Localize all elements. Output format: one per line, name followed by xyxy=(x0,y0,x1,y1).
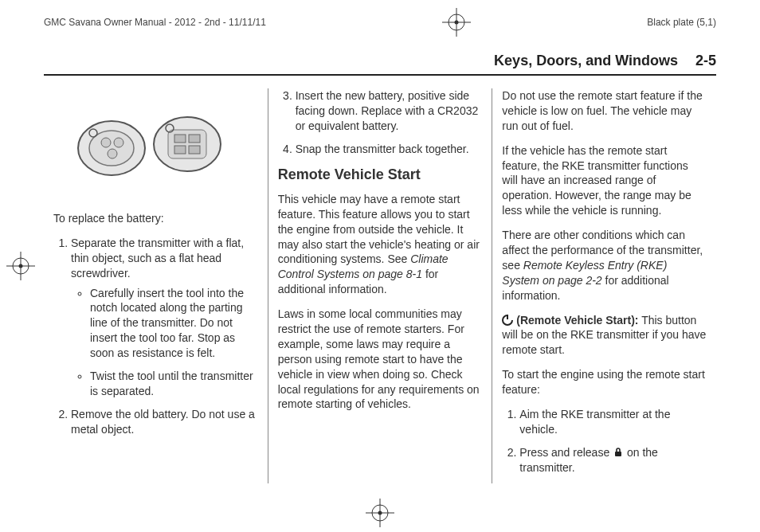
plate-label: Black plate (5,1) xyxy=(647,17,716,28)
svg-rect-23 xyxy=(189,146,200,154)
registration-mark-left xyxy=(6,252,35,280)
list-item: Insert the new battery, positive side fa… xyxy=(296,88,483,134)
list-item: Aim the RKE transmitter at the vehicle. xyxy=(519,407,707,437)
battery-steps-cont: Insert the new battery, positive side fa… xyxy=(278,88,483,157)
svg-point-14 xyxy=(101,138,111,147)
column-3: Do not use the remote start feature if t… xyxy=(492,88,716,483)
top-meta-bar: GMC Savana Owner Manual - 2012 - 2nd - 1… xyxy=(44,14,716,30)
remote-start-label: (Remote Vehicle Start): xyxy=(516,314,638,327)
svg-rect-21 xyxy=(189,135,200,143)
list-item: Twist the tool until the transmitter is … xyxy=(90,369,258,399)
battery-sub-2: Twist the tool until the transmitter is … xyxy=(90,370,253,397)
svg-rect-19 xyxy=(168,130,206,158)
list-item: Carefully insert the tool into the notch… xyxy=(90,286,258,361)
battery-step-2: Remove the old battery. Do not use a met… xyxy=(71,408,255,436)
manual-page: GMC Savana Owner Manual - 2012 - 2nd - 1… xyxy=(0,0,760,532)
start-step-1: Aim the RKE transmitter at the vehicle. xyxy=(519,408,670,436)
svg-point-15 xyxy=(114,138,123,147)
svg-rect-26 xyxy=(615,452,621,456)
list-item: Separate the transmitter with a flat, th… xyxy=(71,236,258,399)
svg-rect-20 xyxy=(174,135,186,143)
registration-mark-bottom xyxy=(366,499,394,527)
page-number: 2-5 xyxy=(695,53,716,69)
remote-start-button-desc: (Remote Vehicle Start): This button will… xyxy=(502,313,707,358)
range-notice: If the vehicle has the remote start feat… xyxy=(502,143,707,218)
column-1: To replace the battery: Separate the tra… xyxy=(44,88,268,483)
list-item: Remove the old battery. Do not use a met… xyxy=(71,407,258,437)
registration-mark-top xyxy=(442,8,471,37)
section-title: Keys, Doors, and Windows xyxy=(494,53,678,69)
key-fob-illustration xyxy=(68,96,243,192)
svg-point-16 xyxy=(108,149,117,158)
list-item: Press and release on the transmitter. xyxy=(519,445,707,475)
battery-intro: To replace the battery: xyxy=(53,211,258,226)
start-intro: To start the engine using the remote sta… xyxy=(502,367,707,397)
start-steps: Aim the RKE transmitter at the vehicle. … xyxy=(502,407,707,475)
column-2: Insert the new battery, positive side fa… xyxy=(268,88,492,483)
battery-step-1: Separate the transmitter with a flat, th… xyxy=(71,237,244,280)
remote-start-icon xyxy=(502,315,513,326)
conditions-notice: There are other conditions which can aff… xyxy=(502,228,707,303)
section-header: Keys, Doors, and Windows 2-5 xyxy=(44,53,716,76)
battery-substeps: Carefully insert the tool into the notch… xyxy=(71,286,258,399)
battery-sub-1: Carefully insert the tool into the notch… xyxy=(90,287,244,360)
battery-step-3: Insert the new battery, positive side fa… xyxy=(296,89,479,132)
manual-title: GMC Savana Owner Manual - 2012 - 2nd - 1… xyxy=(44,17,266,28)
remote-start-heading: Remote Vehicle Start xyxy=(278,165,483,184)
lock-icon xyxy=(613,447,624,458)
battery-step-4: Snap the transmitter back together. xyxy=(296,143,469,155)
remote-start-para-1: This vehicle may have a remote start fea… xyxy=(278,192,483,297)
svg-rect-22 xyxy=(174,146,186,154)
fuel-warning: Do not use the remote start feature if t… xyxy=(502,88,707,134)
svg-rect-25 xyxy=(507,315,508,319)
battery-steps: Separate the transmitter with a flat, th… xyxy=(53,236,258,437)
list-item: Snap the transmitter back together. xyxy=(296,142,483,157)
content-columns: To replace the battery: Separate the tra… xyxy=(44,88,716,483)
remote-start-para-2: Laws in some local communities may restr… xyxy=(278,307,483,412)
